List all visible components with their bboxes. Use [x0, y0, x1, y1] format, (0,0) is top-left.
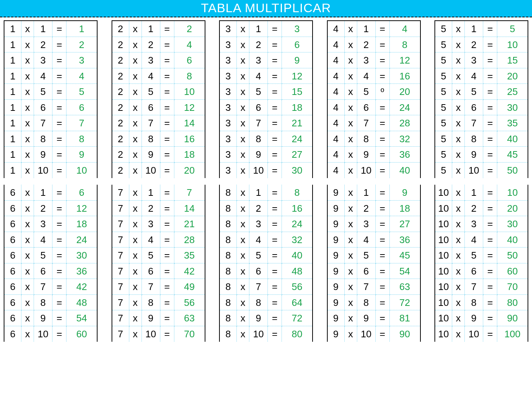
table-row: 9x9=81 — [328, 310, 420, 326]
table-block-8: 8x1=88x2=168x3=248x4=328x5=408x6=488x7=5… — [219, 185, 313, 342]
multiplier: 6 — [34, 100, 52, 116]
times-symbol: x — [129, 310, 142, 326]
equals-symbol: = — [52, 232, 66, 248]
times-symbol: x — [452, 216, 465, 232]
multiplicand: 3 — [220, 163, 237, 178]
result: 30 — [66, 248, 97, 263]
multiplier: 8 — [142, 295, 160, 311]
multiplicand: 9 — [328, 201, 345, 216]
times-symbol: x — [237, 163, 249, 178]
equals-symbol: = — [376, 21, 390, 37]
multiplier: 9 — [465, 147, 483, 163]
table-row: 6x5=30 — [4, 248, 97, 263]
multiplicand: 6 — [4, 263, 21, 279]
times-symbol: x — [237, 115, 249, 131]
table-row: 6x7=42 — [4, 279, 97, 295]
table-row: 6x2=12 — [4, 201, 97, 216]
result: 54 — [66, 310, 97, 326]
result: 56 — [174, 295, 205, 311]
equals-symbol: = — [52, 37, 66, 53]
multiplicand: 10 — [435, 185, 452, 201]
result: 4 — [390, 21, 420, 37]
times-symbol: x — [237, 52, 249, 68]
result: 28 — [174, 232, 205, 248]
equals-symbol: = — [268, 232, 282, 248]
result: 20 — [497, 201, 528, 216]
equals-symbol: = — [160, 52, 174, 68]
multiplier: 10 — [249, 326, 268, 342]
table-row: 7x10=70 — [112, 326, 205, 342]
table-row: 6x8=48 — [4, 295, 97, 311]
result: 12 — [174, 100, 205, 116]
multiplier: 4 — [34, 232, 52, 248]
result: 16 — [390, 68, 420, 84]
result: 56 — [282, 279, 312, 295]
table-row: 4x4=16 — [328, 68, 420, 84]
result: 40 — [390, 163, 420, 178]
table-row: 1x6=6 — [4, 100, 97, 116]
result: 24 — [282, 216, 312, 232]
table-row: 4x3=12 — [328, 52, 420, 68]
table-row: 9x4=36 — [328, 232, 420, 248]
times-symbol: x — [237, 201, 249, 216]
equals-symbol: = — [268, 185, 282, 201]
multiplicand: 3 — [220, 115, 237, 131]
multiplicand: 7 — [112, 326, 129, 342]
table-row: 5x7=35 — [435, 115, 528, 131]
table-row: 1x9=9 — [4, 147, 97, 163]
multiplicand: 6 — [4, 201, 21, 216]
multiplier: 7 — [142, 279, 160, 295]
multiplier: 7 — [465, 279, 483, 295]
multiplicand: 5 — [435, 100, 452, 116]
equals-symbol: = — [52, 185, 66, 201]
times-symbol: x — [237, 216, 249, 232]
equals-symbol: = — [376, 37, 390, 53]
equals-symbol: = — [160, 147, 174, 163]
multiplicand: 3 — [220, 37, 237, 53]
multiplier: 9 — [249, 147, 268, 163]
equals-symbol: = — [268, 115, 282, 131]
multiplier: 8 — [142, 131, 160, 147]
table-row: 5x4=20 — [435, 68, 528, 84]
result: 70 — [497, 279, 528, 295]
multiplier: 2 — [465, 201, 483, 216]
times-symbol: x — [237, 295, 249, 311]
multiplier: 7 — [142, 115, 160, 131]
times-symbol: x — [345, 248, 357, 263]
multiplicand: 5 — [435, 115, 452, 131]
multiplicand: 4 — [328, 131, 345, 147]
equals-symbol: = — [160, 131, 174, 147]
multiplicand: 7 — [112, 310, 129, 326]
multiplier: 10 — [34, 326, 52, 342]
equals-symbol: = — [268, 37, 282, 53]
result: 12 — [390, 52, 420, 68]
result: 42 — [174, 263, 205, 279]
equals-symbol: = — [160, 263, 174, 279]
multiplier: 4 — [465, 232, 483, 248]
table-row: 4x2=8 — [328, 37, 420, 53]
equals-symbol: = — [52, 279, 66, 295]
times-symbol: x — [129, 147, 142, 163]
equals-symbol: = — [160, 100, 174, 116]
multiplier: 1 — [357, 185, 376, 201]
equals-symbol: = — [376, 216, 390, 232]
multiplicand: 7 — [112, 295, 129, 311]
multiplicand: 1 — [4, 163, 21, 178]
multiplier: 9 — [357, 147, 376, 163]
times-symbol: x — [129, 216, 142, 232]
multiplier: 5 — [34, 84, 52, 100]
multiplicand: 6 — [4, 216, 21, 232]
equals-symbol: = — [52, 163, 66, 178]
result: 36 — [390, 147, 420, 163]
multiplicand: 9 — [328, 326, 345, 342]
multiplier: 1 — [34, 21, 52, 37]
equals-symbol: = — [160, 326, 174, 342]
equals-symbol: = — [268, 52, 282, 68]
multiplicand: 3 — [220, 131, 237, 147]
multiplier: 1 — [142, 21, 160, 37]
times-symbol: x — [452, 248, 465, 263]
equals-symbol: = — [376, 115, 390, 131]
times-symbol: x — [452, 263, 465, 279]
table-row: 10x2=20 — [435, 201, 528, 216]
times-symbol: x — [21, 147, 34, 163]
